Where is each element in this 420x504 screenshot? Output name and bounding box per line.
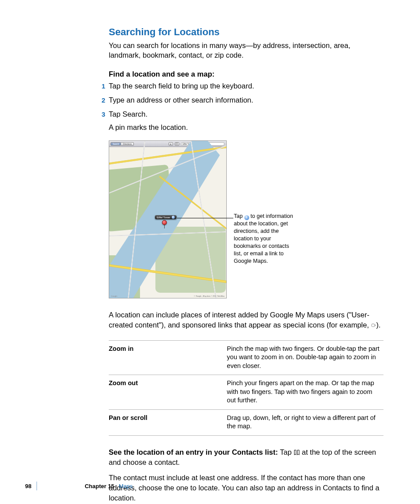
step-1: 1 Tap the search field to bring up the k… (98, 81, 383, 91)
gesture-label: Zoom out (109, 375, 227, 410)
paragraph: A location can include places of interes… (109, 310, 383, 330)
step-number: 1 (98, 82, 109, 90)
info-icon[interactable]: i (172, 216, 175, 219)
cup-icon (371, 320, 376, 326)
chapter-name: Maps (119, 483, 133, 489)
section-heading: Searching for Locations (109, 26, 383, 38)
page-footer: 98 Chapter 15 Maps (25, 482, 133, 490)
map-mode-segment: Search Directions (111, 142, 133, 146)
gesture-desc: Drag up, down, left, or right to view a … (227, 409, 383, 435)
bookmarks-icon[interactable] (175, 142, 179, 146)
map-screenshot: Search Directions Eiffel Tower (109, 140, 227, 298)
map-attribution: © Google - Map data © 2011 Tele Atlas (194, 295, 225, 297)
contacts-task-bold: See the location of an entry in your Con… (109, 448, 280, 456)
step-number: 2 (98, 96, 109, 104)
pin-label-text: Eiffel Tower (157, 216, 170, 219)
intro-paragraph: You can search for locations in many way… (109, 40, 383, 60)
task-heading: Find a location and see a map: (109, 70, 383, 78)
after-list-text: A pin marks the location. (109, 123, 383, 132)
figure-callout: Tap i to get information about the locat… (234, 213, 295, 265)
step-text: Tap Search. (109, 109, 147, 119)
locate-icon[interactable] (169, 142, 173, 146)
svg-rect-0 (372, 324, 375, 327)
footer-divider (37, 482, 37, 490)
gesture-table: Zoom in Pinch the map with two fingers. … (109, 340, 383, 436)
para-text-a: A location can include places of interes… (109, 311, 371, 329)
page-number: 98 (25, 483, 31, 489)
seg-search[interactable]: Search (111, 142, 121, 146)
ordered-steps: 1 Tap the search field to bring up the k… (109, 81, 383, 119)
contacts-task-a: Tap (280, 448, 294, 456)
gesture-label: Pan or scroll (109, 409, 227, 435)
callout-text-b: to get information about the location, g… (234, 213, 293, 264)
page-content: Searching for Locations You can search f… (109, 26, 383, 504)
step-text: Tap the search field to bring up the key… (109, 81, 254, 91)
info-icon: i (244, 215, 249, 220)
bookmarks-icon (294, 450, 300, 455)
pin-label[interactable]: Eiffel Tower i (155, 215, 177, 219)
table-row: Pan or scroll Drag up, down, left, or ri… (109, 409, 383, 435)
seg-directions[interactable]: Directions (121, 142, 134, 146)
step-text: Type an address or other search informat… (109, 95, 253, 105)
step-number: 3 (98, 110, 109, 118)
contacts-note: The contact must include at least one ad… (109, 473, 383, 503)
gesture-desc: Pinch the map with two fingers. Or doubl… (227, 340, 383, 375)
chapter-label: Chapter 15 (85, 483, 114, 489)
table-row: Zoom in Pinch the map with two fingers. … (109, 340, 383, 375)
para-text-b: ). (376, 321, 381, 329)
step-3: 3 Tap Search. (98, 109, 383, 119)
pin-stem (164, 224, 165, 228)
gesture-desc: Pinch your fingers apart on the map. Or … (227, 375, 383, 410)
callout-text-a: Tap (234, 213, 244, 219)
map-figure: Search Directions Eiffel Tower (109, 140, 383, 298)
gesture-label: Zoom in (109, 340, 227, 375)
google-logo: Google (111, 295, 118, 297)
leader-line (177, 218, 233, 218)
step-2: 2 Type an address or other search inform… (98, 95, 383, 105)
contacts-task: See the location of an entry in your Con… (109, 447, 383, 467)
table-row: Zoom out Pinch your fingers apart on the… (109, 375, 383, 410)
